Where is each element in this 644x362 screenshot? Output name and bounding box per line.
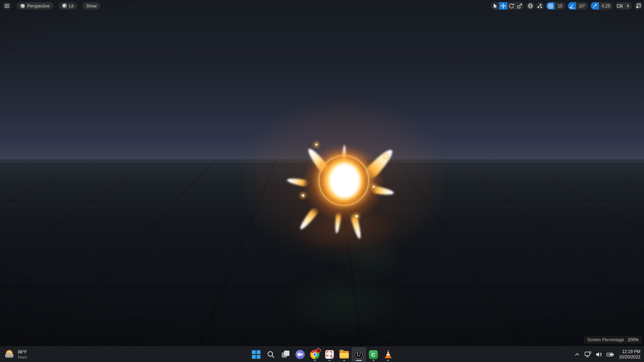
clock[interactable]: 12:19 PM 10/20/2022 [619, 349, 640, 360]
network-icon [585, 351, 592, 358]
ue-viewport[interactable]: Perspective Lit Show [0, 0, 644, 346]
battery-tray-button[interactable] [606, 349, 615, 360]
rotate-tool-button[interactable] [507, 2, 516, 10]
clock-date: 10/20/2022 [619, 354, 640, 360]
screen-percentage-value: 200% [628, 337, 639, 342]
scale-snap-control: 0.25 [591, 2, 613, 10]
hamburger-menu-icon [5, 4, 9, 8]
rotation-snap-control: 10° [568, 2, 588, 10]
vlc-cone-icon [384, 350, 393, 359]
taskbar-center-icons: ✂ U C [249, 347, 395, 362]
perspective-label: Perspective [27, 4, 50, 9]
restore-viewport-icon [636, 3, 641, 9]
move-icon [501, 3, 506, 9]
taskbar-tray: 12:19 PM 10/20/2022 [572, 347, 640, 362]
chat-video-icon [296, 350, 305, 359]
unreal-engine-button[interactable]: U [352, 347, 366, 362]
teams-chat-button[interactable] [293, 347, 307, 362]
network-tray-button[interactable] [584, 349, 593, 360]
select-tool-button[interactable] [491, 2, 499, 10]
windows-logo-icon [252, 350, 260, 359]
unreal-engine-icon: U [354, 350, 364, 359]
tray-overflow-chevron[interactable] [572, 349, 582, 360]
screen-percentage-indicator: Screen Percentage 200% [584, 336, 642, 344]
fire-spark [316, 144, 317, 145]
scale-icon [517, 3, 522, 9]
fire-spark [373, 186, 375, 188]
chrome-button[interactable] [308, 347, 322, 362]
search-button[interactable] [264, 347, 278, 362]
rotate-icon [509, 3, 514, 9]
angle-icon [569, 4, 575, 9]
start-button[interactable] [249, 347, 263, 362]
screen-percentage-label: Screen Percentage [587, 337, 624, 342]
cursor-icon [493, 3, 498, 9]
fire-spark [385, 155, 387, 157]
cube-icon [20, 4, 25, 9]
fire-spark [356, 215, 358, 217]
camtasia-icon: C [369, 350, 378, 359]
fire-hotspot [330, 164, 360, 198]
surface-snapping-button[interactable] [536, 2, 544, 10]
show-flags-button[interactable]: Show [82, 2, 100, 10]
diagonal-arrow-icon [592, 4, 597, 9]
weather-widget[interactable]: 88°F Haze [4, 347, 27, 362]
camera-speed-control: 4 [615, 2, 632, 10]
rotation-snap-toggle[interactable] [568, 2, 576, 10]
snipping-tool-icon: ✂ [325, 350, 334, 359]
scale-tool-button[interactable] [516, 2, 524, 10]
chrome-icon [310, 350, 319, 359]
file-explorer-icon [340, 351, 349, 358]
grid-snap-value[interactable]: 10 [555, 2, 565, 10]
haze-sun-icon [4, 349, 15, 360]
transform-tools-group [491, 2, 524, 10]
weather-condition: Haze [18, 354, 27, 359]
move-tool-button[interactable] [499, 2, 507, 10]
immersive-mode-button[interactable] [634, 2, 643, 10]
viewport-topleft-controls: Perspective Lit Show [3, 2, 100, 10]
task-view-icon [281, 350, 290, 359]
lit-label: Lit [69, 4, 74, 9]
grid-snap-toggle[interactable] [546, 2, 555, 10]
grid-icon [548, 4, 553, 9]
rotation-snap-value[interactable]: 10° [576, 2, 588, 10]
globe-icon [528, 3, 533, 9]
scale-snap-value[interactable]: 0.25 [599, 2, 613, 10]
volume-tray-button[interactable] [595, 349, 604, 360]
surface-snapping-icon [537, 3, 542, 9]
chrome-profile-badge [316, 348, 321, 353]
world-local-space-button[interactable] [526, 2, 535, 10]
clock-time: 12:19 PM [622, 349, 640, 354]
desktop-screen: Perspective Lit Show [0, 0, 644, 362]
weather-temperature: 88°F [18, 349, 27, 354]
view-mode-lit-button[interactable]: Lit [59, 2, 77, 10]
battery-charging-icon [606, 352, 614, 357]
grid-snap-control: 10 [546, 2, 565, 10]
fire-particle-effect[interactable] [279, 132, 408, 236]
show-label: Show [86, 4, 97, 9]
viewport-options-menu-button[interactable] [3, 2, 11, 10]
file-explorer-button[interactable] [337, 347, 351, 362]
camtasia-button[interactable]: C [366, 347, 381, 362]
speaker-icon [596, 352, 602, 357]
vlc-button[interactable] [381, 347, 395, 362]
search-icon [267, 350, 275, 359]
task-view-button[interactable] [278, 347, 293, 362]
chevron-up-icon [575, 353, 579, 356]
scale-snap-toggle[interactable] [591, 2, 599, 10]
camera-icon [617, 4, 623, 8]
camera-speed-value[interactable]: 4 [624, 2, 632, 10]
camera-speed-toggle[interactable] [615, 2, 624, 10]
fire-spark [302, 194, 304, 197]
taskbar: 88°F Haze ✂ [0, 346, 644, 362]
lit-sphere-icon [62, 4, 67, 8]
perspective-button[interactable]: Perspective [16, 2, 53, 10]
snipping-tool-button[interactable]: ✂ [322, 347, 337, 362]
viewport-topright-controls: 10 10° 0.25 4 [491, 2, 643, 10]
